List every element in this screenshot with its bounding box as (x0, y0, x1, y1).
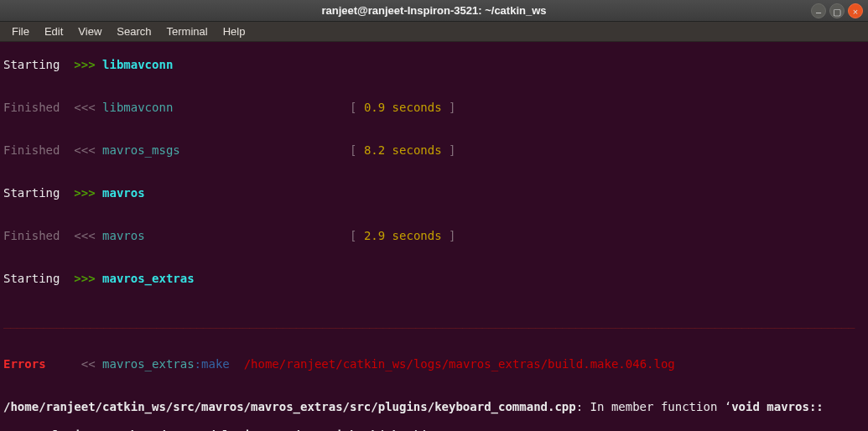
package-name: mavros (102, 186, 145, 200)
errors-label: Errors (3, 357, 46, 371)
menu-file[interactable]: File (5, 23, 36, 39)
package-name: mavros_msgs (102, 143, 180, 157)
arrow-start-icon: >>> (74, 58, 95, 71)
package-name: mavros (102, 229, 145, 242)
package-name: mavros_extras (102, 272, 195, 285)
error-stage: :make (195, 357, 230, 371)
menu-search[interactable]: Search (110, 23, 158, 39)
menu-bar: File Edit View Search Terminal Help (0, 22, 868, 42)
close-button[interactable]: × (848, 3, 863, 18)
status-finished: Finished (3, 229, 60, 242)
package-name: libmavconn (102, 101, 173, 114)
status-starting: Starting (3, 272, 60, 285)
status-finished: Finished (3, 101, 60, 114)
menu-help[interactable]: Help (216, 23, 252, 39)
menu-view[interactable]: View (71, 23, 108, 39)
arrow-done-icon: <<< (74, 229, 95, 242)
error-function-sig: void mavros:: (731, 400, 824, 413)
terminal-output[interactable]: Starting >>> libmavconn Finished <<< lib… (0, 42, 868, 431)
arrow-done-icon: <<< (74, 101, 95, 114)
arrow-done-icon: <<< (74, 143, 95, 157)
window-title: ranjeet@ranjeet-Inspiron-3521: ~/catkin_… (321, 4, 546, 17)
package-name: libmavconn (102, 58, 173, 71)
build-time: 0.9 seconds (364, 101, 442, 114)
status-finished: Finished (3, 143, 60, 157)
maximize-button[interactable]: ▢ (829, 3, 845, 18)
error-package: mavros_extras (102, 357, 195, 371)
error-log-path: /home/ranjeet/catkin_ws/logs/mavros_extr… (244, 357, 675, 371)
arrow-error-icon: << (81, 357, 96, 371)
separator-line: ________________________________________… (3, 314, 865, 329)
build-time: 8.2 seconds (364, 143, 442, 157)
build-time: 2.9 seconds (364, 229, 442, 242)
status-starting: Starting (3, 186, 60, 200)
status-starting: Starting (3, 58, 60, 71)
error-file-path: /home/ranjeet/catkin_ws/src/mavros/mavro… (3, 400, 576, 413)
window-controls: – ▢ × (811, 3, 863, 18)
minimize-button[interactable]: – (811, 3, 826, 18)
arrow-start-icon: >>> (74, 186, 95, 200)
window-titlebar: ranjeet@ranjeet-Inspiron-3521: ~/catkin_… (0, 0, 868, 22)
menu-terminal[interactable]: Terminal (160, 23, 215, 39)
arrow-start-icon: >>> (74, 272, 95, 285)
menu-edit[interactable]: Edit (38, 23, 70, 39)
